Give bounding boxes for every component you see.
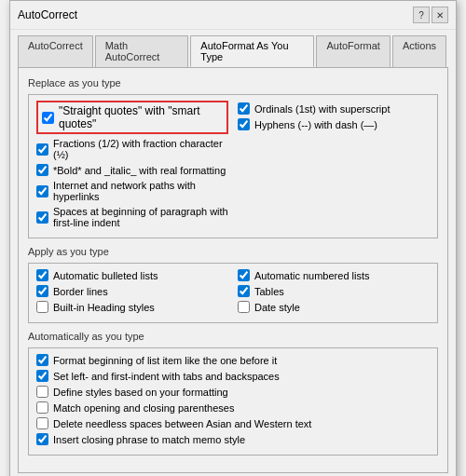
- match-parens-label: Match opening and closing parentheses: [53, 402, 234, 414]
- delete-spaces-label: Delete needless spaces between Asian and…: [53, 418, 311, 429]
- format-list-checkbox[interactable]: [36, 354, 48, 366]
- match-parens-row: Match opening and closing parentheses: [36, 401, 430, 414]
- format-list-row: Format beginning of list item like the o…: [36, 354, 430, 366]
- apply-two-col: Automatic bulleted lists Border lines Bu…: [36, 269, 430, 317]
- close-button[interactable]: ✕: [432, 7, 448, 23]
- match-parens-checkbox[interactable]: [36, 401, 48, 414]
- tab-autocorrect[interactable]: AutoCorrect: [18, 35, 93, 67]
- date-style-row: Date style: [238, 301, 430, 313]
- tab-autoformat[interactable]: AutoFormat: [316, 35, 390, 67]
- straight-quotes-checkbox[interactable]: [42, 112, 54, 124]
- hyphens-row: Hyphens (--) with dash (—): [238, 118, 430, 130]
- built-in-heading-checkbox[interactable]: [36, 301, 48, 313]
- internet-paths-checkbox[interactable]: [36, 185, 48, 197]
- date-style-label: Date style: [254, 302, 300, 313]
- define-styles-label: Define styles based on your formatting: [53, 387, 228, 398]
- auto-section-label: Automatically as you type: [28, 331, 438, 342]
- hyphens-label: Hyphens (--) with dash (—): [254, 119, 377, 130]
- set-indent-checkbox[interactable]: [36, 370, 48, 382]
- tab-math-autocorrect[interactable]: Math AutoCorrect: [95, 35, 189, 67]
- content-area: Replace as you type "Straight quotes" wi…: [18, 67, 448, 473]
- ordinals-checkbox[interactable]: [238, 102, 250, 115]
- bold-italic-checkbox[interactable]: [36, 164, 48, 176]
- replace-two-col: "Straight quotes" with "smart quotes" Fr…: [36, 101, 430, 232]
- delete-spaces-row: Delete needless spaces between Asian and…: [36, 417, 430, 429]
- apply-section-label: Apply as you type: [28, 246, 438, 257]
- auto-section-box: Format beginning of list item like the o…: [28, 347, 438, 456]
- border-lines-checkbox[interactable]: [36, 285, 48, 297]
- tab-actions[interactable]: Actions: [392, 35, 446, 67]
- internet-paths-label: Internet and network paths with hyperlin…: [53, 180, 228, 202]
- border-lines-row: Border lines: [36, 285, 228, 297]
- date-style-checkbox[interactable]: [238, 301, 250, 313]
- ordinals-row: Ordinals (1st) with superscript: [238, 102, 430, 115]
- ordinals-label: Ordinals (1st) with superscript: [254, 103, 391, 115]
- set-indent-row: Set left- and first-indent with tabs and…: [36, 370, 430, 382]
- tables-label: Tables: [254, 286, 284, 297]
- format-list-label: Format beginning of list item like the o…: [53, 355, 277, 366]
- border-lines-label: Border lines: [53, 286, 108, 297]
- straight-quotes-label: "Straight quotes" with "smart quotes": [59, 104, 223, 130]
- replace-col-right: Ordinals (1st) with superscript Hyphens …: [238, 101, 430, 232]
- replace-col-left: "Straight quotes" with "smart quotes" Fr…: [36, 101, 228, 232]
- replace-section-box: "Straight quotes" with "smart quotes" Fr…: [28, 94, 438, 238]
- insert-closing-label: Insert closing phrase to match memo styl…: [53, 434, 245, 445]
- title-bar: AutoCorrect ? ✕: [10, 1, 456, 30]
- define-styles-checkbox[interactable]: [36, 386, 48, 398]
- title-bar-controls: ? ✕: [413, 7, 448, 23]
- internet-paths-row: Internet and network paths with hyperlin…: [36, 180, 228, 202]
- spaces-indent-label: Spaces at beginning of paragraph with fi…: [53, 206, 228, 228]
- set-indent-label: Set left- and first-indent with tabs and…: [53, 371, 280, 382]
- spaces-indent-row: Spaces at beginning of paragraph with fi…: [36, 206, 228, 228]
- auto-bulleted-row: Automatic bulleted lists: [36, 269, 228, 281]
- auto-numbered-label: Automatic numbered lists: [254, 270, 370, 281]
- fractions-row: Fractions (1/2) with fraction character …: [36, 138, 228, 160]
- fractions-checkbox[interactable]: [36, 143, 48, 156]
- tables-row: Tables: [238, 285, 430, 297]
- replace-section-label: Replace as you type: [28, 77, 438, 88]
- auto-bulleted-checkbox[interactable]: [36, 269, 48, 281]
- fractions-label: Fractions (1/2) with fraction character …: [53, 138, 228, 160]
- define-styles-row: Define styles based on your formatting: [36, 386, 430, 398]
- built-in-heading-label: Built-in Heading styles: [53, 302, 155, 313]
- auto-numbered-row: Automatic numbered lists: [238, 269, 430, 281]
- dialog-title: AutoCorrect: [18, 8, 77, 21]
- bold-italic-label: *Bold* and _italic_ with real formatting: [53, 165, 226, 176]
- straight-quotes-row: "Straight quotes" with "smart quotes": [36, 101, 228, 134]
- apply-col-left: Automatic bulleted lists Border lines Bu…: [36, 269, 228, 317]
- autocorrect-dialog: AutoCorrect ? ✕ AutoCorrect Math AutoCor…: [9, 0, 457, 476]
- apply-section-box: Automatic bulleted lists Border lines Bu…: [28, 263, 438, 323]
- tab-bar: AutoCorrect Math AutoCorrect AutoFormat …: [10, 30, 456, 67]
- insert-closing-row: Insert closing phrase to match memo styl…: [36, 433, 430, 445]
- apply-col-right: Automatic numbered lists Tables Date sty…: [238, 269, 430, 317]
- auto-numbered-checkbox[interactable]: [238, 269, 250, 281]
- insert-closing-checkbox[interactable]: [36, 433, 48, 445]
- tab-autoformat-as-you-type[interactable]: AutoFormat As You Type: [190, 35, 314, 67]
- hyphens-checkbox[interactable]: [238, 118, 250, 130]
- spaces-indent-checkbox[interactable]: [36, 211, 48, 224]
- help-button[interactable]: ?: [413, 7, 430, 23]
- tables-checkbox[interactable]: [238, 285, 250, 297]
- delete-spaces-checkbox[interactable]: [36, 417, 48, 429]
- auto-bulleted-label: Automatic bulleted lists: [53, 270, 158, 281]
- bold-italic-row: *Bold* and _italic_ with real formatting: [36, 164, 228, 176]
- built-in-heading-row: Built-in Heading styles: [36, 301, 228, 313]
